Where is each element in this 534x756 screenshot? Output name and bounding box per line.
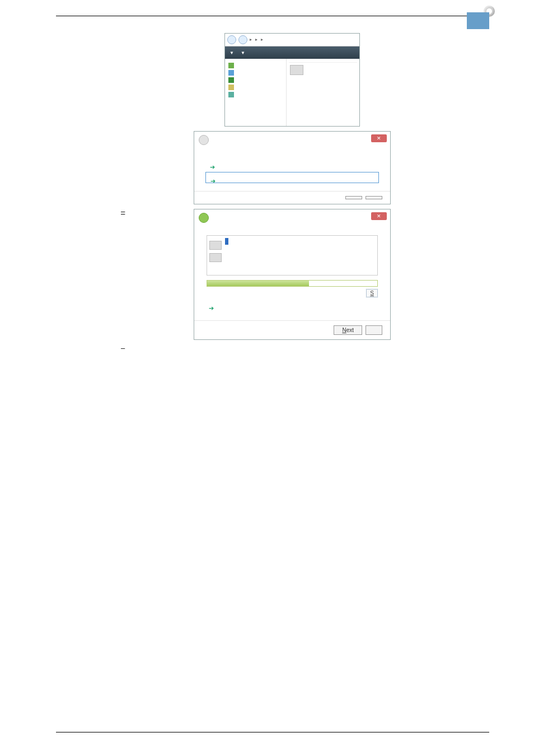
- chapter-badge: [467, 12, 489, 29]
- col-documents[interactable]: [320, 60, 353, 62]
- col-name[interactable]: [289, 60, 320, 62]
- toolbar-organize[interactable]: ▼: [228, 49, 234, 57]
- fav-link-documents[interactable]: [228, 63, 283, 68]
- arrow-icon: ➔: [210, 163, 215, 171]
- printer-icon: [290, 65, 303, 75]
- printer-icon: [209, 253, 222, 262]
- add-printer-dialog: ✕ ➔ ➔: [194, 131, 391, 204]
- address-bar: ▸ ▸ ▸: [225, 34, 359, 46]
- close-button[interactable]: ✕: [371, 134, 387, 142]
- fav-link-pictures[interactable]: [228, 70, 283, 76]
- printer-icon: [209, 241, 222, 250]
- list-item[interactable]: [209, 238, 375, 252]
- col-status[interactable]: [353, 60, 357, 62]
- page-header: [56, 15, 489, 16]
- search-again-button[interactable]: S: [366, 289, 378, 297]
- close-button[interactable]: ✕: [371, 212, 387, 220]
- arrow-icon: ➔: [209, 305, 214, 311]
- toolbar-views[interactable]: ▼: [240, 49, 245, 57]
- arrow-icon: ➔: [210, 177, 216, 185]
- cancel-button[interactable]: [366, 196, 382, 199]
- option-network-printer[interactable]: ➔: [205, 172, 379, 183]
- pictures-icon: [228, 70, 234, 76]
- printer-list: [287, 59, 359, 126]
- nav-forward-button[interactable]: [238, 35, 247, 44]
- music-icon: [228, 77, 234, 83]
- cancel-button[interactable]: [366, 325, 382, 335]
- printer-name: [225, 238, 228, 245]
- page-footer: [56, 732, 489, 734]
- toolbar: ▼ ▼: [225, 46, 359, 59]
- recent-icon: [228, 85, 234, 90]
- dialog-heading: [194, 226, 390, 233]
- not-listed-link[interactable]: ➔: [209, 304, 376, 312]
- fav-link-searches[interactable]: [228, 92, 283, 97]
- next-button[interactable]: Next: [334, 325, 362, 335]
- next-button[interactable]: [345, 196, 362, 199]
- printer-row[interactable]: [289, 63, 357, 77]
- explorer-window: ▸ ▸ ▸ ▼ ▼: [224, 33, 360, 127]
- list-item[interactable]: [209, 253, 375, 262]
- fav-link-music[interactable]: [228, 77, 283, 83]
- back-button[interactable]: [199, 213, 209, 223]
- search-icon: [228, 92, 234, 97]
- dialog-heading: [194, 148, 390, 155]
- back-button[interactable]: [199, 135, 209, 145]
- favorites-panel: [225, 59, 287, 126]
- printer-list: [207, 235, 378, 276]
- breadcrumb[interactable]: ▸ ▸ ▸: [250, 36, 265, 43]
- option-local-printer[interactable]: ➔: [205, 158, 379, 169]
- search-progress: [207, 280, 378, 287]
- nav-back-button[interactable]: [227, 35, 236, 44]
- documents-icon: [228, 63, 234, 68]
- select-printer-dialog: ✕: [194, 209, 391, 340]
- fav-link-recent[interactable]: [228, 85, 283, 90]
